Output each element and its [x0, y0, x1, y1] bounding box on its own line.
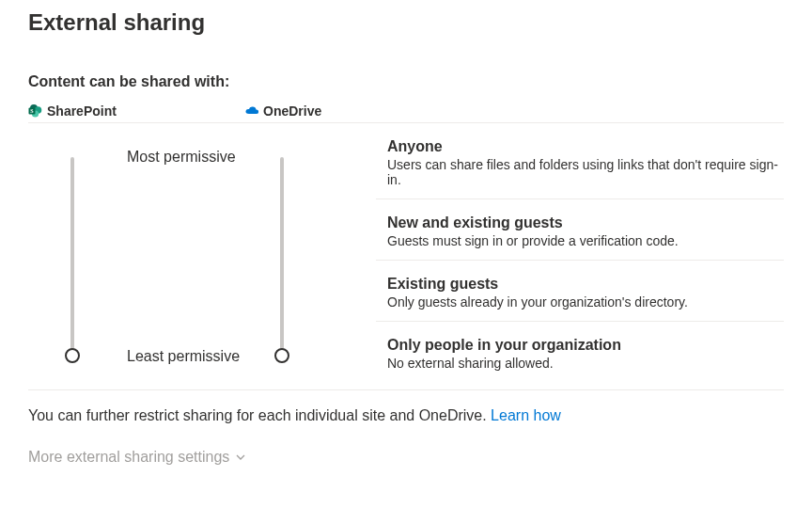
- sharing-slider-area: Most permissive Least permissive Anyone …: [28, 123, 784, 382]
- product-sharepoint: S SharePoint: [28, 103, 244, 122]
- level-existing-guests: Existing guests Only guests already in y…: [376, 261, 784, 322]
- footer-static-text: You can further restrict sharing for eac…: [28, 407, 491, 423]
- level-title: Existing guests: [387, 276, 784, 293]
- level-only-org: Only people in your organization No exte…: [376, 322, 784, 382]
- sharepoint-icon: S: [28, 103, 43, 119]
- sharing-levels: Anyone Users can share files and folders…: [376, 123, 784, 382]
- most-permissive-label: Most permissive: [127, 149, 236, 166]
- level-desc: Users can share files and folders using …: [387, 157, 784, 187]
- product-sharepoint-label: SharePoint: [47, 103, 117, 119]
- least-permissive-label: Least permissive: [127, 348, 240, 365]
- product-onedrive-label: OneDrive: [263, 103, 321, 119]
- level-anyone: Anyone Users can share files and folders…: [376, 123, 784, 199]
- level-title: Anyone: [387, 138, 784, 155]
- page-title: External sharing: [28, 9, 784, 36]
- footer-text: You can further restrict sharing for eac…: [28, 407, 784, 424]
- product-onedrive: OneDrive: [244, 103, 461, 122]
- level-title: Only people in your organization: [387, 337, 784, 354]
- onedrive-slider-handle[interactable]: [274, 348, 289, 363]
- chevron-down-icon: [235, 452, 246, 463]
- level-desc: No external sharing allowed.: [387, 356, 784, 371]
- more-settings-label: More external sharing settings: [28, 449, 229, 466]
- products-header: S SharePoint OneDrive: [28, 103, 784, 123]
- level-desc: Guests must sign in or provide a verific…: [387, 233, 784, 248]
- level-desc: Only guests already in your organization…: [387, 294, 784, 310]
- divider: [28, 389, 784, 390]
- learn-how-link[interactable]: Learn how: [491, 407, 561, 423]
- section-title: Content can be shared with:: [28, 73, 784, 90]
- sharepoint-slider-handle[interactable]: [65, 348, 80, 363]
- more-external-sharing-settings[interactable]: More external sharing settings: [28, 449, 784, 466]
- sharepoint-slider-track[interactable]: [70, 157, 74, 359]
- onedrive-slider-track[interactable]: [280, 157, 284, 359]
- sliders-wrap: Most permissive Least permissive: [28, 123, 376, 382]
- level-new-existing-guests: New and existing guests Guests must sign…: [376, 199, 784, 261]
- level-title: New and existing guests: [387, 214, 784, 231]
- onedrive-icon: [244, 103, 259, 119]
